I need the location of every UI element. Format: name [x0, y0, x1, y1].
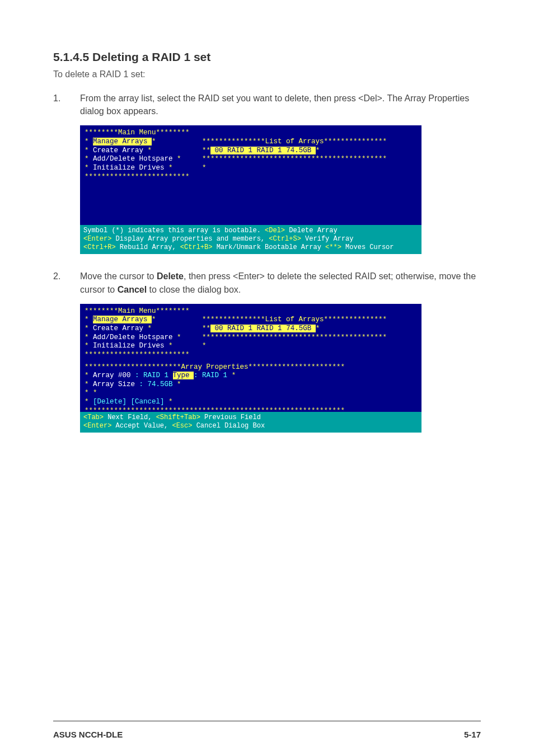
footer-product: ASUS NCCH-DLE [53, 730, 123, 739]
main-menu-heading: ********Main Menu******** [85, 307, 190, 315]
list-heading: ***************List of Arrays***********… [202, 316, 387, 323]
menu-item-manage[interactable]: Manage Arrays [93, 138, 152, 145]
footer-rule [53, 721, 481, 721]
menu-border: ************************* [85, 173, 190, 181]
prop-array-num-label: Array #00 [93, 372, 131, 379]
menu-item-hotspare[interactable]: Add/Delete Hotspare [93, 155, 173, 163]
delete-keyword: Delete [157, 271, 184, 281]
page-footer: ASUS NCCH-DLE 5-17 [53, 730, 481, 739]
hint-bar: <Tab> Next Field, <Shift+Tab> Previous F… [80, 412, 421, 433]
prop-array-num-val: : RAID 1 [135, 372, 168, 379]
array-list-row[interactable]: 00 RAID 1 RAID 1 74.5GB [210, 325, 316, 332]
cancel-keyword: Cancel [118, 285, 147, 294]
prop-size-val: : 74.5GB [139, 381, 173, 388]
menu-item-create[interactable]: Create Array [93, 147, 143, 154]
menu-item-init[interactable]: Initialize Drives [93, 164, 165, 172]
step-body: From the array list, select the RAID set… [80, 92, 481, 118]
step-number: 2. [53, 270, 80, 295]
step-1: 1. From the array list, select the RAID … [53, 92, 481, 118]
menu-item-hotspare[interactable]: Add/Delete Hotspare [93, 334, 173, 341]
cancel-button[interactable]: [Cancel] [131, 398, 165, 406]
hint-bar: Symbol (*) indicates this array is boota… [80, 225, 421, 254]
list-heading: ***************List of Arrays***********… [202, 138, 387, 145]
prop-type-label: Type [173, 372, 194, 379]
prop-size-label: Array Size [93, 381, 135, 388]
footer-page-number: 5-17 [464, 730, 481, 739]
list-border: ****************************************… [202, 155, 387, 163]
list-border: ****************************************… [202, 334, 387, 341]
step-2: 2. Move the cursor to Delete, then press… [53, 270, 481, 295]
terminal-screenshot-2: ********Main Menu******** * Manage Array… [80, 304, 421, 433]
array-props-heading: ***********************Array Properties*… [85, 363, 345, 371]
menu-item-manage[interactable]: Manage Arrays [93, 316, 152, 323]
terminal-screenshot-1: ********Main Menu******** * Manage Array… [80, 125, 421, 254]
array-list-row[interactable]: 00 RAID 1 RAID 1 74.5GB [210, 147, 316, 154]
menu-item-create[interactable]: Create Array [93, 325, 143, 332]
section-heading: 5.1.4.5 Deleting a RAID 1 set [53, 50, 481, 64]
main-menu-heading: ********Main Menu******** [85, 129, 190, 137]
menu-item-init[interactable]: Initialize Drives [93, 342, 165, 350]
prop-type-val: : RAID 1 [194, 372, 227, 379]
menu-border: ************************* [85, 351, 190, 359]
step-body: Move the cursor to Delete, then press <E… [80, 270, 481, 295]
delete-button[interactable]: [Delete] [93, 398, 127, 406]
step-number: 1. [53, 92, 80, 118]
intro-text: To delete a RAID 1 set: [53, 69, 481, 79]
